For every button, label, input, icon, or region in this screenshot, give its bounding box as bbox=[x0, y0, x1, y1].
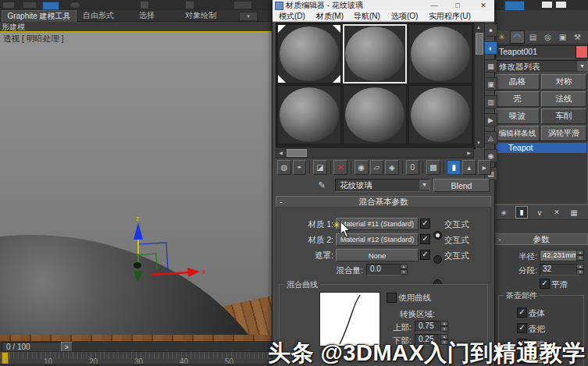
sample-uv-tiling-icon[interactable]: ▣ bbox=[484, 77, 497, 91]
upper-spinner[interactable]: ▴ ▾ bbox=[440, 321, 448, 332]
timeline-ruler[interactable]: 0 10 20 30 40 50 6 bbox=[0, 351, 273, 364]
viewport-label[interactable]: 透视 [ 明暗处理 ] bbox=[3, 34, 64, 44]
segments-field[interactable]: 32 bbox=[540, 264, 579, 275]
put-material-to-scene-icon[interactable]: ◓ bbox=[293, 160, 307, 175]
scroll-left-icon[interactable]: ◀ bbox=[276, 148, 285, 156]
sample-slot[interactable] bbox=[343, 85, 407, 144]
spinner-up-icon[interactable]: ▴ bbox=[440, 321, 448, 326]
material-id-channel-icon[interactable]: 0 bbox=[406, 160, 420, 175]
ribbon-minimize-icon[interactable]: ▾ bbox=[239, 12, 258, 21]
pick-material-dropper-icon[interactable]: ✎ bbox=[316, 179, 327, 190]
move-gizmo[interactable]: z x bbox=[108, 187, 209, 288]
mask-button[interactable]: None bbox=[336, 249, 419, 261]
modifier-list-dropdown[interactable]: 修改器列表 ▾ bbox=[495, 60, 588, 73]
go-to-sibling-icon[interactable]: ▸ bbox=[478, 160, 492, 175]
stack-item-teapot[interactable]: Teapot bbox=[496, 143, 586, 153]
modifier-button-turbosmooth[interactable]: 涡轮平滑 bbox=[541, 126, 586, 141]
material-name-dropdown[interactable]: 花纹玻璃 ▾ bbox=[335, 179, 430, 192]
modifier-button-noise[interactable]: 噪波 bbox=[495, 108, 540, 124]
pin-stack-icon[interactable]: ∗ bbox=[498, 207, 509, 218]
spinner-down-icon[interactable]: ▾ bbox=[576, 269, 584, 275]
scroll-down-icon[interactable]: ▼ bbox=[475, 139, 483, 147]
ribbon-tab-object-paint[interactable]: 对象绘制 bbox=[176, 10, 225, 21]
modifier-button-edit-spline[interactable]: 编辑样条线 bbox=[495, 126, 540, 141]
render-frame-icon[interactable] bbox=[556, 2, 566, 8]
material2-enable-checkbox[interactable]: ✓ bbox=[420, 234, 430, 244]
blend-basic-params-rollout-header[interactable]: - 混合基本参数 bbox=[276, 196, 491, 208]
menu-material[interactable]: 材质(M) bbox=[316, 11, 344, 22]
segments-spinner[interactable]: ▴ ▾ bbox=[576, 264, 584, 275]
modify-tab-icon[interactable]: ◠ bbox=[510, 30, 525, 44]
material2-interactive-radio[interactable] bbox=[433, 255, 442, 264]
go-to-parent-icon[interactable]: ▴ bbox=[462, 160, 476, 175]
ribbon-tab-graphite[interactable]: Graphite 建模工具 bbox=[2, 10, 77, 22]
motion-tab-icon[interactable]: ◎ bbox=[541, 31, 554, 43]
mask-enable-checkbox[interactable]: ✓ bbox=[420, 250, 430, 260]
menu-mode[interactable]: 模式(D) bbox=[279, 11, 305, 22]
get-material-icon[interactable]: ◍ bbox=[277, 160, 291, 175]
menu-navigation[interactable]: 导航(N) bbox=[354, 11, 380, 22]
spinner-up-icon[interactable]: ▴ bbox=[400, 264, 408, 269]
object-name-field[interactable]: Teapot001 bbox=[495, 45, 578, 59]
remove-modifier-icon[interactable]: ✕ bbox=[551, 207, 562, 218]
put-to-library-icon[interactable]: ◈ bbox=[385, 160, 399, 175]
render-setup-icon[interactable] bbox=[542, 2, 552, 8]
assign-material-to-selection-icon[interactable]: ◪ bbox=[313, 160, 327, 175]
backlight-icon[interactable]: ◐ bbox=[484, 41, 497, 55]
sample-slot-hot[interactable] bbox=[277, 24, 341, 84]
sample-slot[interactable] bbox=[408, 85, 472, 144]
slots-horizontal-scrollbar[interactable]: ◀ ▶ bbox=[276, 147, 474, 158]
toolbar-partial-icon[interactable] bbox=[141, 2, 148, 9]
ribbon-tab-selection[interactable]: 选择 bbox=[131, 10, 162, 21]
modifier-button-lattice[interactable]: 晶格 bbox=[495, 74, 540, 90]
sample-slot[interactable] bbox=[277, 85, 341, 144]
body-checkbox[interactable]: ✓ bbox=[517, 307, 527, 318]
maximize-button[interactable]: □ bbox=[451, 0, 465, 10]
scrollbar-thumb[interactable] bbox=[287, 149, 307, 157]
spinner-down-icon[interactable]: ▾ bbox=[400, 269, 408, 275]
menu-options[interactable]: 选项(O) bbox=[391, 11, 418, 22]
close-button[interactable]: ✕ bbox=[476, 0, 491, 10]
show-end-result-icon[interactable]: ▮ bbox=[447, 160, 461, 175]
configure-modifier-sets-icon[interactable]: ▦ bbox=[568, 207, 579, 218]
modifier-button-normal[interactable]: 法线 bbox=[541, 91, 586, 107]
show-end-result-icon[interactable]: ▮ bbox=[515, 206, 528, 219]
radius-field[interactable]: 42.231mm bbox=[540, 250, 579, 261]
toolbar-partial-icon[interactable] bbox=[23, 2, 36, 8]
modifier-button-lathe[interactable]: 车削 bbox=[541, 108, 586, 124]
options-icon[interactable]: ◬ bbox=[484, 131, 497, 144]
modifier-button-shell[interactable]: 壳 bbox=[495, 91, 540, 107]
dropdown-caret-icon[interactable]: ▾ bbox=[419, 179, 429, 190]
utilities-tab-icon[interactable]: ⚒ bbox=[571, 31, 584, 43]
spinner-up-icon[interactable]: ▴ bbox=[576, 264, 584, 269]
sample-type-icon[interactable]: ● bbox=[484, 23, 497, 37]
material-editor-titlebar[interactable]: 材质编辑器 - 花纹玻璃 — □ ✕ bbox=[273, 0, 494, 10]
slots-vertical-scrollbar[interactable]: ▲ ▼ bbox=[474, 23, 485, 147]
make-unique-icon[interactable]: ∨ bbox=[534, 207, 545, 218]
handle-checkbox[interactable]: ✓ bbox=[517, 323, 527, 333]
show-map-in-viewport-icon[interactable]: ▩ bbox=[426, 160, 440, 175]
scroll-up-icon[interactable]: ▲ bbox=[475, 23, 483, 31]
make-preview-icon[interactable]: ▶ bbox=[484, 113, 497, 126]
display-tab-icon[interactable]: ▣ bbox=[556, 31, 569, 43]
toolbar-partial-icon[interactable] bbox=[186, 2, 194, 9]
background-icon[interactable]: ▦ bbox=[484, 59, 497, 73]
scroll-right-icon[interactable]: ▶ bbox=[465, 148, 473, 156]
spinner-down-icon[interactable]: ▾ bbox=[576, 255, 584, 261]
dropdown-caret-icon[interactable]: ▾ bbox=[577, 61, 587, 71]
mix-amount-spinner[interactable]: ▴ ▾ bbox=[400, 264, 408, 275]
mix-amount-field[interactable]: 0.0 bbox=[366, 264, 402, 275]
scrollbar-thumb[interactable] bbox=[476, 33, 483, 55]
parameters-rollout-header[interactable]: - 参数 bbox=[494, 233, 588, 245]
radius-spinner[interactable]: ▴ ▾ bbox=[576, 250, 584, 261]
toolbar-partial-icon[interactable] bbox=[70, 2, 80, 8]
ribbon-tab-freeform[interactable]: 自由形式 bbox=[75, 10, 122, 21]
reset-map-icon[interactable]: ✕ bbox=[333, 160, 347, 175]
toolbar-partial-icon[interactable] bbox=[3, 2, 14, 8]
toolbar-partial-icon[interactable] bbox=[234, 2, 251, 9]
material1-enable-checkbox[interactable]: ✓ bbox=[420, 219, 430, 229]
menu-utilities[interactable]: 实用程序(U) bbox=[429, 11, 471, 22]
sample-slot[interactable] bbox=[408, 24, 472, 84]
perspective-viewport[interactable]: 透视 [ 明暗处理 ] z x bbox=[0, 31, 273, 342]
material-type-button[interactable]: Blend bbox=[433, 179, 490, 192]
